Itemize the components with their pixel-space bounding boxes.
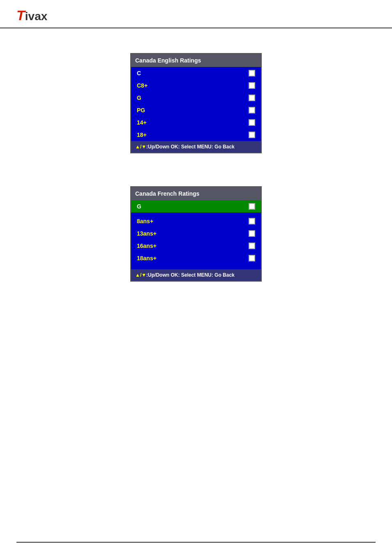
english-rating-row-14[interactable]: 14+ [131, 116, 261, 129]
french-rating-label-18ans: 18ans+ [137, 255, 157, 261]
french-rating-checkbox-8ans[interactable] [249, 218, 255, 224]
logo: Tivax [16, 7, 47, 23]
french-rating-row-18ans[interactable]: 18ans+ [131, 252, 261, 264]
french-rating-row-13ans[interactable]: 13ans+ [131, 227, 261, 240]
french-rating-label-13ans: 13ans+ [137, 230, 157, 237]
english-ratings-footer: ▲/▼:Up/Down OK: Select MENU: Go Back [131, 141, 261, 153]
french-rating-row-g[interactable]: G [131, 200, 261, 213]
canada-english-ratings-box: Canada English Ratings C C8+ G PG 14+ 18… [130, 53, 262, 153]
french-rating-checkbox-18ans[interactable] [249, 255, 255, 261]
french-rating-row-8ans[interactable]: 8ans+ [131, 215, 261, 227]
english-rating-label-c8: C8+ [137, 82, 148, 89]
english-footer-arrow: ▲/▼ [135, 144, 146, 150]
logo-rest: ivax [25, 10, 48, 23]
french-rating-checkbox-g[interactable] [249, 203, 255, 210]
french-rating-label-g: G [137, 203, 141, 210]
french-footer-arrow: ▲/▼ [135, 272, 146, 278]
english-rating-label-18: 18+ [137, 132, 147, 138]
french-rating-checkbox-13ans[interactable] [249, 230, 255, 237]
english-rating-checkbox-c[interactable] [249, 70, 255, 76]
french-rating-row-16ans[interactable]: 16ans+ [131, 240, 261, 252]
english-rating-row-pg[interactable]: PG [131, 104, 261, 116]
logo-t-letter: T [16, 7, 25, 23]
english-rating-label-14: 14+ [137, 119, 147, 126]
english-rating-checkbox-14[interactable] [249, 119, 255, 126]
english-rating-checkbox-g[interactable] [249, 95, 255, 101]
main-content: Canada English Ratings C C8+ G PG 14+ 18… [0, 28, 392, 282]
english-rating-row-g[interactable]: G [131, 92, 261, 104]
english-rating-checkbox-18[interactable] [249, 132, 255, 138]
footer-line [16, 542, 376, 543]
french-rating-checkbox-16ans[interactable] [249, 243, 255, 249]
french-ratings-title: Canada French Ratings [131, 187, 261, 200]
english-rating-checkbox-pg[interactable] [249, 107, 255, 113]
header: Tivax [0, 0, 392, 28]
english-rating-label-pg: PG [137, 107, 145, 113]
english-rating-row-18[interactable]: 18+ [131, 129, 261, 141]
english-rating-label-c: C [137, 70, 141, 76]
french-rating-label-8ans: 8ans+ [137, 218, 153, 224]
english-ratings-title: Canada English Ratings [131, 54, 261, 67]
english-rating-label-g: G [137, 95, 141, 101]
english-footer-text: :Up/Down OK: Select MENU: Go Back [146, 144, 235, 150]
canada-french-ratings-box: Canada French Ratings G 8ans+ 13ans+ 16a… [130, 186, 262, 282]
english-rating-row-c8[interactable]: C8+ [131, 79, 261, 92]
english-rating-checkbox-c8[interactable] [249, 82, 255, 89]
english-rating-row-c[interactable]: C [131, 67, 261, 79]
french-rating-label-16ans: 16ans+ [137, 243, 157, 249]
french-footer-text: :Up/Down OK: Select MENU: Go Back [146, 272, 235, 278]
french-ratings-footer: ▲/▼:Up/Down OK: Select MENU: Go Back [131, 269, 261, 281]
